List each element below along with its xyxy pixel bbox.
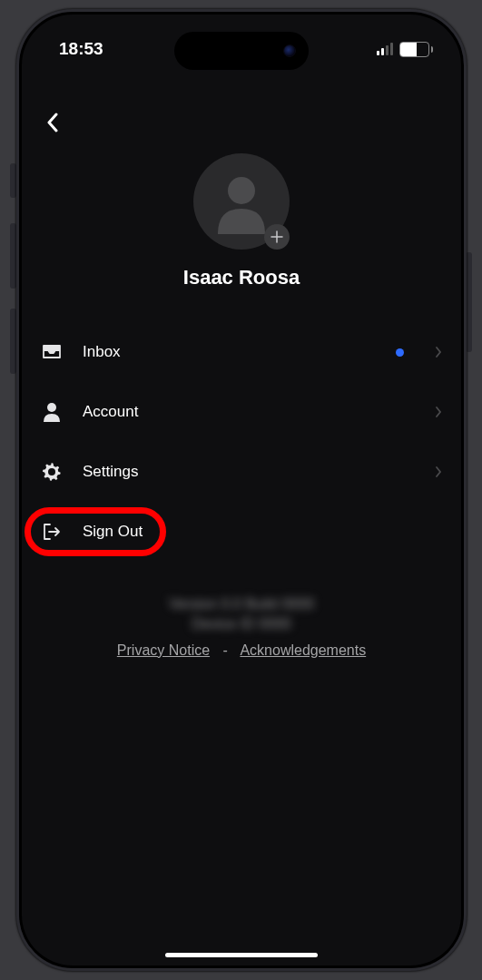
plus-icon — [271, 230, 283, 243]
status-time: 18:53 — [59, 39, 103, 59]
add-photo-button[interactable] — [264, 224, 290, 250]
cellular-signal-icon — [377, 43, 393, 55]
chevron-right-icon — [435, 406, 442, 418]
home-indicator[interactable] — [165, 953, 318, 957]
sign-out-icon — [42, 523, 62, 541]
chevron-right-icon — [435, 466, 442, 478]
phone-frame: 18:53 57 — [16, 9, 467, 971]
chevron-right-icon — [435, 346, 442, 358]
phone-volume-down — [10, 309, 16, 374]
phone-power-button — [466, 252, 472, 352]
menu-label: Settings — [83, 463, 415, 481]
menu-item-inbox[interactable]: Inbox — [41, 322, 442, 382]
phone-volume-up — [10, 223, 16, 289]
profile-name: Isaac Roosa — [183, 266, 300, 289]
svg-point-2 — [48, 468, 55, 475]
avatar[interactable] — [193, 153, 290, 250]
menu-list: Inbox Account — [41, 322, 442, 562]
menu-item-account[interactable]: Account — [41, 382, 442, 442]
redacted-text: Version 0.0 Build 0000Device ID 0000 — [169, 594, 314, 635]
chevron-left-icon — [46, 113, 58, 132]
back-button[interactable] — [46, 104, 83, 141]
phone-silence-switch — [10, 163, 16, 198]
separator: - — [223, 642, 228, 658]
menu-item-signout[interactable]: Sign Out — [41, 502, 442, 562]
person-silhouette-icon — [209, 169, 274, 234]
menu-label: Sign Out — [83, 523, 442, 541]
person-icon — [43, 402, 61, 422]
profile-section: Isaac Roosa — [41, 153, 442, 289]
menu-label: Account — [83, 403, 415, 421]
inbox-icon — [42, 344, 62, 360]
menu-item-settings[interactable]: Settings — [41, 442, 442, 502]
notification-dot — [396, 348, 404, 357]
gear-icon — [42, 462, 62, 482]
svg-point-1 — [47, 403, 56, 412]
privacy-link[interactable]: Privacy Notice — [117, 642, 210, 658]
svg-point-0 — [228, 177, 255, 204]
menu-label: Inbox — [83, 343, 376, 361]
battery-indicator: 57 — [399, 42, 433, 57]
status-bar: 18:53 57 — [19, 12, 464, 79]
footer-section: Version 0.0 Build 0000Device ID 0000 Pri… — [41, 594, 442, 659]
acknowledgements-link[interactable]: Acknowledgements — [240, 642, 366, 658]
